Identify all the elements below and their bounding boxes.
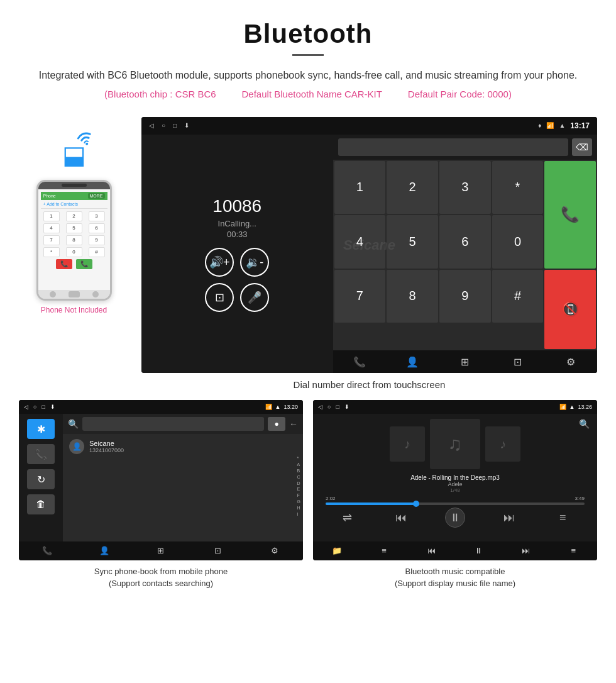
dial-caption: Dial number direct from touchscreen	[141, 379, 597, 390]
alpha-a[interactable]: A	[297, 462, 300, 468]
sync-sidebar-icon: ↻	[37, 474, 45, 486]
numpad-star[interactable]: *	[492, 161, 544, 214]
phonebook-layout: ✱ 📞 ↻ 🗑 🔍	[19, 414, 303, 541]
bottom-screenshots: ◁ ○ □ ⬇ 📶 ▲ 13:20 ✱ 📞	[0, 400, 616, 602]
prev-btn[interactable]: ⏮	[391, 508, 411, 528]
nav-person-icon[interactable]: 👤	[399, 350, 426, 373]
numpad-4[interactable]: 4	[334, 215, 386, 268]
music-time: 13:26	[578, 404, 592, 410]
music-nav-play[interactable]: ⏸	[470, 541, 488, 560]
music-search-icon[interactable]: 🔍	[579, 419, 590, 429]
album-art-left: ♪	[390, 426, 425, 462]
back-nav-icon: ◁	[149, 122, 154, 129]
contact-number: 13241007000	[89, 447, 124, 453]
music-nav-list[interactable]: ≡	[375, 541, 393, 560]
numpad-hash[interactable]: #	[492, 270, 544, 323]
volume-up-btn[interactable]: 🔊+	[205, 248, 234, 277]
dial-number: 10086	[212, 196, 261, 216]
numpad-6[interactable]: 6	[439, 215, 491, 268]
music-track-count: 1/48	[410, 487, 500, 493]
dial-screen-area: Seicane ◁ ○ □ ⬇ ♦ 📶 ▲ 13:17 1	[141, 117, 597, 396]
key-2: 2	[66, 211, 82, 221]
alpha-star[interactable]: *	[297, 455, 300, 462]
transfer-call-btn[interactable]: ⊡	[205, 283, 234, 312]
music-nav-eq[interactable]: ≡	[564, 541, 583, 560]
next-btn[interactable]: ⏭	[499, 508, 519, 528]
volume-down-btn[interactable]: 🔉-	[240, 248, 269, 277]
phone-add-contact: + Add to Contacts	[41, 200, 107, 209]
pb-nav-transfer[interactable]: ⊡	[208, 541, 227, 560]
pb-back-arrow[interactable]: ←	[289, 419, 298, 429]
dial-bottom-bar: 📞 👤 ⊞ ⊡ ⚙	[333, 350, 598, 373]
car-screen: Seicane ◁ ○ □ ⬇ ♦ 📶 ▲ 13:17 1	[141, 117, 597, 374]
nav-call-icon[interactable]: 📞	[346, 350, 373, 373]
keypad-row-3: 7 8 9	[43, 235, 105, 245]
main-content: ⬓ Phone MORE + Add to Contacts	[0, 117, 616, 396]
bt-sidebar-btn[interactable]: ✱	[27, 419, 55, 439]
pb-contact-row: 👤 Seicane 13241007000	[63, 434, 303, 459]
call-button[interactable]: 📞	[544, 161, 596, 269]
music-nav-prev[interactable]: ⏮	[422, 541, 441, 560]
pb-circle-btn[interactable]: ●	[268, 417, 285, 431]
delete-sidebar-btn[interactable]: 🗑	[27, 494, 55, 514]
dial-input-field[interactable]	[338, 138, 569, 156]
call-sidebar-btn[interactable]: 📞	[27, 444, 55, 464]
pb-nav-call[interactable]: 📞	[38, 541, 57, 560]
alpha-h[interactable]: H	[297, 505, 300, 511]
phone-more-btn: MORE	[88, 193, 105, 199]
numpad-2[interactable]: 2	[387, 161, 438, 214]
sync-sidebar-btn[interactable]: ↻	[27, 469, 55, 489]
pb-back-icon: ◁	[24, 404, 28, 410]
call-icon: 📞	[561, 206, 580, 223]
play-pause-btn[interactable]: ⏸	[445, 508, 465, 528]
music-nav-folder[interactable]: 📁	[327, 541, 346, 560]
pb-time: 13:20	[283, 404, 298, 410]
phone-signal-icon: 📶	[546, 122, 554, 129]
alpha-i[interactable]: I	[297, 511, 300, 518]
microphone-btn[interactable]: 🎤	[240, 283, 269, 312]
numpad-8[interactable]: 8	[387, 270, 438, 323]
pb-home-icon: ○	[33, 404, 36, 410]
music-progress-bar[interactable]	[326, 503, 585, 505]
pb-nav-grid[interactable]: ⊞	[151, 541, 170, 560]
end-call-button[interactable]: 📵	[544, 270, 596, 350]
title-divider	[292, 54, 324, 56]
phone-mockup: Phone MORE + Add to Contacts 1 2 3 4 5 6	[36, 180, 112, 301]
phonebook-screen-item: ◁ ○ □ ⬇ 📶 ▲ 13:20 ✱ 📞	[19, 400, 303, 589]
alpha-g[interactable]: G	[297, 499, 300, 505]
nav-grid-icon[interactable]: ⊞	[451, 350, 479, 373]
bluetooth-sidebar-icon: ✱	[37, 423, 45, 435]
album-art-main: ♫	[430, 419, 480, 469]
numpad-3[interactable]: 3	[439, 161, 491, 214]
alpha-f[interactable]: F	[297, 492, 300, 499]
music-total-time: 3:49	[575, 496, 585, 501]
location-icon: ♦	[538, 122, 541, 129]
numpad-9[interactable]: 9	[439, 270, 491, 323]
numpad-0[interactable]: 0	[492, 215, 544, 268]
svg-point-0	[85, 142, 88, 145]
pb-download-icon: ⬇	[50, 404, 55, 410]
equalizer-btn[interactable]: ≡	[553, 508, 573, 528]
dial-backspace-btn[interactable]: ⌫	[572, 138, 592, 156]
key-5: 5	[66, 223, 82, 233]
numpad-5[interactable]: 5	[387, 215, 438, 268]
pb-search-field[interactable]	[82, 417, 264, 431]
alpha-c[interactable]: C	[297, 474, 300, 480]
shuffle-btn[interactable]: ⇌	[338, 508, 358, 528]
alpha-b[interactable]: B	[297, 468, 300, 474]
nav-settings-icon[interactable]: ⚙	[557, 350, 585, 373]
home-nav-icon: ○	[162, 122, 165, 129]
music-caption-line2: (Support display music file name)	[395, 579, 515, 588]
nav-transfer-icon[interactable]: ⊡	[504, 350, 532, 373]
alpha-e[interactable]: E	[297, 486, 300, 492]
music-back-icon: ◁	[318, 404, 322, 410]
music-nav-next[interactable]: ⏭	[517, 541, 536, 560]
numpad-7[interactable]: 7	[334, 270, 386, 323]
numpad-1[interactable]: 1	[334, 161, 386, 214]
pb-nav-person[interactable]: 👤	[95, 541, 114, 560]
pb-nav-settings[interactable]: ⚙	[265, 541, 284, 560]
page-header: Bluetooth Integrated with BC6 Bluetooth …	[0, 0, 616, 117]
alpha-d[interactable]: D	[297, 480, 300, 487]
keypad-row-5: 📞 📞	[43, 259, 105, 269]
call-sidebar-icon: 📞	[35, 448, 47, 460]
